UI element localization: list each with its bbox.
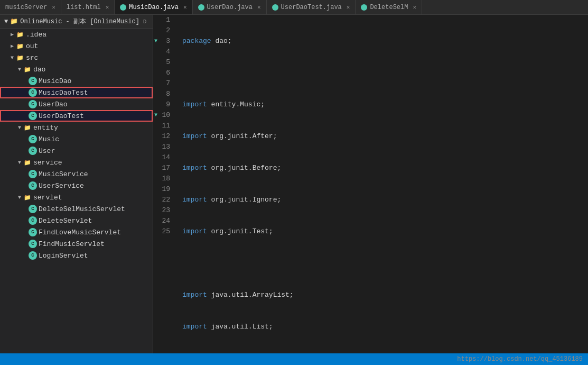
code-line-5: import org.junit.Before;	[182, 163, 588, 174]
tree-label: Music	[39, 135, 59, 143]
tree-item-entity[interactable]: ▼ 📁 entity	[0, 122, 153, 133]
ln-2: 2	[153, 25, 174, 36]
code-line-8	[182, 258, 588, 269]
class-icon-musicservice: C	[29, 170, 37, 178]
tab-deleteselm[interactable]: DeleteSelM ✕	[356, 0, 422, 14]
class-icon-music: C	[29, 135, 37, 143]
ln-10: ▼10	[153, 110, 174, 121]
tab-close-userdaotest[interactable]: ✕	[347, 4, 350, 11]
kw-package: package	[182, 36, 211, 47]
class-icon-userservice: C	[29, 181, 37, 190]
tree-label: MusicService	[39, 170, 88, 178]
tree-item-userdao[interactable]: C UserDao	[0, 98, 153, 110]
ln-11: 11	[153, 121, 174, 131]
code-plain: dao;	[211, 36, 232, 47]
class-icon-loginservlet: C	[29, 251, 37, 260]
kw-import: import	[182, 226, 207, 237]
tree-item-findmusic[interactable]: C FindMusicServlet	[0, 238, 153, 250]
class-icon-user: C	[29, 147, 37, 155]
project-arrow: ▼	[4, 18, 8, 25]
tab-icon-deleteselm	[361, 4, 367, 11]
tab-icon-musicdao	[120, 4, 126, 11]
tree-item-out[interactable]: ▶ 📁 out	[0, 40, 153, 52]
tab-close-deleteselm[interactable]: ✕	[413, 4, 416, 11]
class-icon-deleteselmusic: C	[29, 205, 37, 213]
tree-label: DeleteSelMusicServlet	[39, 205, 125, 213]
ln-12: 12	[153, 131, 174, 142]
tab-label: UserDaoTest.java	[281, 4, 342, 11]
class-icon-musicdaotest: C	[29, 88, 37, 97]
folder-icon: 📁	[16, 30, 24, 39]
code-plain: java.util.List;	[207, 322, 273, 332]
ln-3: ▼3	[153, 36, 174, 47]
project-badge: D	[143, 19, 147, 25]
class-icon-findlovemusic: C	[29, 228, 37, 236]
class-icon-deleteservlet: C	[29, 216, 37, 225]
ln-24: 24	[153, 216, 174, 226]
watermark-text: https://blog.csdn.net/qq_45136189	[457, 355, 583, 363]
tab-icon-userdao	[198, 4, 204, 11]
tab-userdaotest[interactable]: UserDaoTest.java ✕	[267, 0, 356, 14]
tree-item-musicdaotest[interactable]: C MusicDaoTest	[0, 87, 153, 98]
tree-item-dao[interactable]: ▼ 📁 dao	[0, 63, 153, 75]
tree-item-deleteselmusic[interactable]: C DeleteSelMusicServlet	[0, 203, 153, 215]
fold-icon-10[interactable]: ▼	[154, 110, 157, 121]
tab-close-musicdao[interactable]: ✕	[183, 4, 187, 11]
kw-import: import	[182, 163, 207, 174]
project-header[interactable]: ▼ 📁 OnlineMusic - 副本 [OnlineMusic] D	[0, 15, 153, 29]
fold-icon-3[interactable]: ▼	[154, 36, 157, 47]
tree-item-idea[interactable]: ▶ 📁 .idea	[0, 29, 153, 40]
tab-label: musicServer	[5, 4, 47, 11]
ln-7: 7	[153, 78, 174, 89]
tree-item-findlovemusic[interactable]: C FindLoveMusicServlet	[0, 226, 153, 238]
tree-label: LoginServlet	[39, 252, 88, 260]
tree-label: entity	[33, 124, 58, 132]
status-bar: https://blog.csdn.net/qq_45136189	[0, 353, 588, 365]
tree-item-musicdao[interactable]: C MusicDao	[0, 75, 153, 87]
folder-icon-service: 📁	[23, 158, 32, 167]
tab-close-musicserver[interactable]: ✕	[52, 4, 55, 11]
sidebar: ▼ 📁 OnlineMusic - 副本 [OnlineMusic] D ▶ 📁…	[0, 15, 153, 353]
code-line-2	[182, 68, 588, 78]
tree-item-user[interactable]: C User	[0, 145, 153, 157]
tab-close-listhtml[interactable]: ✕	[106, 4, 109, 11]
tree-item-deleteservlet[interactable]: C DeleteServlet	[0, 215, 153, 226]
tree-item-music[interactable]: C Music	[0, 133, 153, 145]
tab-close-userdao[interactable]: ✕	[257, 4, 261, 11]
code-editor[interactable]: 1 2 ▼3 4 5 6 7 8 9 ▼10 11 12 13 14 17 18…	[153, 15, 588, 353]
code-line-3: import entity.Music;	[182, 99, 588, 110]
tree-label: service	[33, 159, 62, 167]
tree-item-loginservlet[interactable]: C LoginServlet	[0, 250, 153, 261]
tree-label: out	[26, 42, 38, 50]
code-line-7: import org.junit.Test;	[182, 226, 588, 237]
code-lines-area[interactable]: package dao; import entity.Music; import…	[180, 15, 588, 353]
tab-musicdao[interactable]: MusicDao.java ✕	[115, 0, 192, 14]
code-line-6: import org.junit.Ignore;	[182, 195, 588, 205]
class-icon-userdao: C	[29, 100, 37, 108]
ln-17: 17	[153, 163, 174, 174]
tree-label: UserService	[39, 182, 84, 190]
tree-arrow: ▼	[16, 125, 23, 131]
tree-item-service[interactable]: ▼ 📁 service	[0, 157, 153, 168]
ln-14: 14	[153, 152, 174, 163]
tab-musicserver[interactable]: musicServer ✕	[0, 0, 61, 14]
tab-label: DeleteSelM	[370, 4, 408, 11]
tab-listhtml[interactable]: list.html ✕	[61, 0, 115, 14]
tree-item-musicservice[interactable]: C MusicService	[0, 168, 153, 180]
ln-18: 18	[153, 174, 174, 184]
tree-label: servlet	[33, 194, 62, 202]
class-icon-userdaotest: C	[29, 112, 37, 120]
ln-8: 8	[153, 89, 174, 99]
code-plain: entity.Music;	[207, 99, 265, 110]
folder-icon: 📁	[16, 42, 24, 50]
kw-import: import	[182, 131, 207, 142]
ln-6: 6	[153, 68, 174, 78]
main-area: ▼ 📁 OnlineMusic - 副本 [OnlineMusic] D ▶ 📁…	[0, 15, 588, 353]
tab-userdao[interactable]: UserDao.java ✕	[193, 0, 267, 14]
project-icon: 📁	[10, 17, 18, 25]
tree-item-src[interactable]: ▼ 📁 src	[0, 52, 153, 63]
tree-item-userdaotest[interactable]: C UserDaoTest	[0, 110, 153, 122]
tree-item-userservice[interactable]: C UserService	[0, 180, 153, 191]
tree-label: DeleteServlet	[39, 217, 92, 225]
tree-item-servlet[interactable]: ▼ 📁 servlet	[0, 191, 153, 203]
